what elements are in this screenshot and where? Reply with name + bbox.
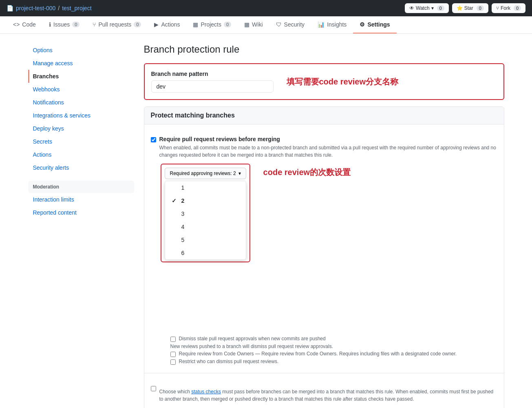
restrict-reviews-checkbox[interactable] [170, 359, 176, 365]
require-pr-row: Require pull request reviews before merg… [151, 131, 497, 164]
sidebar-item-branches[interactable]: Branches [28, 70, 134, 83]
sidebar-item-deploy-keys[interactable]: Deploy keys [28, 122, 134, 135]
actions-icon: ▶ [154, 21, 159, 28]
dismiss-stale-text: Dismiss stale pull request approvals whe… [179, 336, 326, 341]
status-checks-desc: Choose which status checks must pass bef… [159, 385, 497, 406]
tab-insights[interactable]: 📊 Insights [311, 16, 353, 33]
dropdown-option-3[interactable]: 3 [165, 207, 246, 220]
tab-pull-requests[interactable]: ⑂ Pull requests 0 [86, 16, 148, 33]
dropdown-option-2[interactable]: ✓ 2 [165, 194, 246, 207]
sidebar-item-manage-access[interactable]: Manage access [28, 57, 134, 70]
status-checks-row: Choose which status checks must pass bef… [151, 380, 497, 408]
header-bar: 📄 project-test-000 / test_project 👁 Watc… [0, 0, 532, 16]
sidebar-item-options[interactable]: Options [28, 44, 134, 57]
insights-icon: 📊 [318, 21, 324, 28]
nav-tabs: <> Code ℹ Issues 0 ⑂ Pull requests 0 ▶ A… [0, 16, 532, 34]
require-code-owner-row: Require review from Code Owners — Requir… [170, 351, 497, 357]
sidebar: Options Manage access Branches Webhooks … [28, 44, 134, 408]
sidebar-item-secrets[interactable]: Secrets [28, 135, 134, 148]
separator: / [58, 5, 60, 11]
protect-section: Protect matching branches Require pull r… [144, 106, 504, 408]
status-checks-link[interactable]: status checks [191, 389, 221, 395]
branch-pattern-annotation: 填写需要code review分支名称 [287, 76, 399, 87]
projects-icon: ▦ [193, 21, 198, 28]
reviews-dropdown-menu: 1 ✓ 2 3 4 [165, 181, 246, 260]
sidebar-item-reported-content[interactable]: Reported content [28, 206, 134, 219]
sidebar-item-interaction-limits[interactable]: Interaction limits [28, 193, 134, 206]
reviews-annotation: code review的次数设置 [263, 164, 351, 178]
wiki-icon: ▦ [244, 21, 249, 28]
require-pr-desc: When enabled, all commits must be made t… [159, 144, 497, 159]
settings-icon: ⚙ [360, 21, 365, 28]
dismiss-stale-row: Dismiss stale pull request approvals whe… [170, 336, 497, 342]
dropdown-arrow-icon: ▾ [238, 171, 241, 176]
pr-icon: ⑂ [93, 21, 96, 28]
code-icon: <> [13, 21, 20, 28]
require-pr-label: Require pull request reviews before merg… [159, 136, 497, 142]
repo-title: 📄 project-test-000 / test_project [7, 5, 92, 11]
repo-icon: 📄 [7, 5, 13, 11]
tab-projects[interactable]: ▦ Projects 0 [186, 16, 238, 33]
restrict-reviews-text: Restrict who can dismiss pull request re… [179, 359, 279, 364]
tab-code[interactable]: <> Code [7, 16, 42, 33]
require-code-owner-checkbox[interactable] [170, 352, 176, 357]
dropdown-option-5[interactable]: 5 [165, 233, 246, 246]
fork-icon: ⑂ [496, 5, 499, 11]
main-container: Options Manage access Branches Webhooks … [22, 34, 511, 408]
require-pr-checkbox[interactable] [151, 137, 156, 142]
fork-button[interactable]: ⑂ Fork 0 [492, 3, 525, 13]
dropdown-option-6[interactable]: 6 [165, 246, 246, 259]
protect-title: Protect matching branches [144, 107, 504, 124]
content-area: Branch protection rule Branch name patte… [144, 44, 504, 408]
repo-org-link[interactable]: project-test-000 [16, 5, 55, 11]
require-code-owner-text: Require review from Code Owners — Requir… [179, 351, 457, 357]
sidebar-moderation-header: Moderation [28, 181, 134, 193]
sidebar-item-security-alerts[interactable]: Security alerts [28, 161, 134, 174]
status-checks-checkbox[interactable] [151, 386, 156, 391]
dismiss-stale-checkbox[interactable] [170, 337, 176, 342]
repo-name-link[interactable]: test_project [62, 5, 91, 11]
dropdown-annotation-row: Required approving reviews: 2 ▾ 1 ✓ [161, 164, 497, 262]
branch-pattern-label: Branch name pattern [151, 71, 274, 77]
header-actions: 👁 Watch ▾ 0 ⭐ Star 0 ⑂ Fork 0 [405, 3, 525, 13]
star-icon: ⭐ [457, 5, 463, 11]
tab-issues[interactable]: ℹ Issues 0 [42, 16, 86, 33]
sidebar-item-notifications[interactable]: Notifications [28, 96, 134, 109]
page-title: Branch protection rule [144, 44, 504, 55]
dropdown-option-1[interactable]: 1 [165, 181, 246, 194]
branch-pattern-section: Branch name pattern 填写需要code review分支名称 [144, 63, 504, 100]
sidebar-item-integrations[interactable]: Integrations & services [28, 109, 134, 122]
restrict-reviews-row: Restrict who can dismiss pull request re… [170, 359, 497, 365]
sidebar-item-actions[interactable]: Actions [28, 148, 134, 161]
star-button[interactable]: ⭐ Star 0 [452, 3, 488, 13]
tab-wiki[interactable]: ▦ Wiki [238, 16, 269, 33]
require-pr-section: Require pull request reviews before merg… [144, 124, 504, 373]
sidebar-item-webhooks[interactable]: Webhooks [28, 83, 134, 96]
tab-settings[interactable]: ⚙ Settings [353, 16, 396, 33]
tab-security[interactable]: 🛡 Security [269, 16, 311, 33]
dismiss-stale-note: New reviews pushed to a branch will dism… [170, 344, 497, 349]
watch-dropdown-icon: ▾ [431, 5, 434, 11]
status-checks-section: Choose which status checks must pass bef… [144, 373, 504, 408]
dropdown-highlight-box: Required approving reviews: 2 ▾ 1 ✓ [161, 164, 250, 262]
issues-icon: ℹ [49, 21, 51, 28]
dropdown-option-4[interactable]: 4 [165, 220, 246, 233]
tab-actions[interactable]: ▶ Actions [148, 16, 186, 33]
pr-sub-options: Dismiss stale pull request approvals whe… [161, 336, 497, 365]
watch-button[interactable]: 👁 Watch ▾ 0 [405, 3, 449, 13]
branch-pattern-input[interactable] [151, 80, 274, 93]
reviews-dropdown-button[interactable]: Required approving reviews: 2 ▾ [165, 168, 246, 179]
watch-icon: 👁 [409, 5, 414, 11]
security-icon: 🛡 [276, 21, 282, 28]
